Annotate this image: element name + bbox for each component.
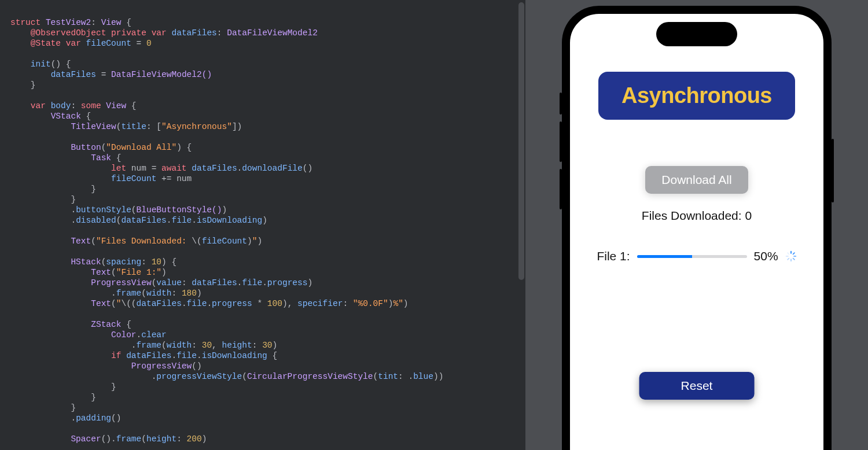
code-token: ( bbox=[373, 372, 378, 381]
code-token: CircularProgressViewStyle bbox=[247, 372, 373, 381]
code-token: . bbox=[237, 164, 242, 173]
code-token: = bbox=[96, 70, 111, 79]
code-token: { bbox=[126, 101, 136, 110]
code-token: . bbox=[197, 351, 202, 360]
code-token: } bbox=[71, 195, 76, 204]
code-token: Text bbox=[91, 268, 111, 277]
code-token: "Download All" bbox=[106, 143, 176, 152]
code-token: { bbox=[267, 351, 277, 360]
code-token: Color bbox=[111, 330, 137, 340]
code-token: 30 bbox=[202, 341, 212, 350]
code-token: : [ bbox=[146, 122, 161, 131]
code-token: ) bbox=[273, 341, 278, 350]
code-token: () { bbox=[51, 60, 71, 69]
code-token: clear bbox=[141, 330, 167, 340]
code-token: struct bbox=[10, 18, 41, 27]
code-token: : bbox=[182, 278, 192, 287]
code-token: 30 bbox=[262, 341, 272, 350]
phone-button-silence bbox=[560, 93, 562, 115]
code-token: 0 bbox=[146, 39, 152, 48]
code-token: : bbox=[176, 434, 186, 444]
code-token: value bbox=[156, 278, 182, 287]
phone-simulator: Asynchronous Download All Files Download… bbox=[562, 6, 832, 450]
svg-line-1 bbox=[793, 253, 794, 254]
code-token: @ObservedObject bbox=[31, 28, 106, 38]
code-token: var bbox=[66, 39, 81, 48]
code-token: } bbox=[71, 403, 76, 412]
code-token: if bbox=[111, 351, 121, 360]
code-token: = bbox=[131, 39, 146, 48]
code-token: . bbox=[71, 205, 76, 215]
code-token: ) bbox=[307, 278, 312, 287]
code-token: ) bbox=[262, 216, 267, 225]
code-token: : bbox=[171, 289, 181, 298]
code-token: ) { bbox=[161, 257, 176, 267]
code-token: isDownloading bbox=[197, 216, 262, 225]
download-all-button[interactable]: Download All bbox=[645, 166, 748, 194]
code-token: } bbox=[31, 80, 36, 90]
code-token: frame bbox=[137, 341, 162, 350]
code-token: ) bbox=[257, 237, 262, 246]
code-token: 100 bbox=[267, 299, 282, 308]
svg-line-3 bbox=[793, 259, 794, 260]
code-token: var bbox=[31, 101, 46, 110]
code-token: " bbox=[398, 299, 403, 308]
svg-line-5 bbox=[788, 259, 789, 260]
code-token: . bbox=[111, 289, 116, 298]
phone-button-power bbox=[832, 139, 834, 202]
code-token: += bbox=[156, 174, 176, 183]
code-token: 200 bbox=[187, 434, 202, 444]
code-token: HStack bbox=[71, 257, 101, 267]
code-token: { bbox=[121, 18, 131, 27]
code-token: DataFileViewModel2() bbox=[111, 70, 212, 79]
code-token: "File 1:" bbox=[116, 268, 161, 277]
code-token: % bbox=[393, 299, 398, 308]
progress-bar bbox=[637, 255, 747, 258]
code-token: ) bbox=[222, 205, 227, 215]
code-token: spacing bbox=[106, 257, 141, 267]
app-title: Asynchronous bbox=[598, 72, 795, 120]
editor-scrollbar-thumb[interactable] bbox=[518, 2, 524, 280]
code-token: . bbox=[192, 216, 197, 225]
code-token: dataFiles bbox=[51, 70, 96, 79]
code-token: title bbox=[121, 122, 146, 131]
code-token: dataFiles bbox=[192, 278, 237, 287]
code-token: BlueButtonStyle() bbox=[137, 205, 222, 215]
file-label: File 1: bbox=[597, 249, 630, 263]
files-downloaded-label: Files Downloaded: 0 bbox=[642, 209, 752, 223]
editor-scrollbar[interactable] bbox=[517, 0, 525, 450]
code-token: ( bbox=[111, 268, 116, 277]
phone-button-vol-down bbox=[560, 169, 562, 209]
phone-frame-wrap: Asynchronous Download All Files Download… bbox=[562, 0, 832, 450]
code-token: progress bbox=[267, 278, 308, 287]
code-token: blue bbox=[413, 372, 433, 381]
code-token: dataFiles bbox=[192, 164, 237, 173]
code-token: file bbox=[242, 278, 262, 287]
code-token: dataFiles bbox=[126, 351, 171, 360]
code-token: * bbox=[252, 299, 267, 308]
code-token: fileCount bbox=[111, 174, 156, 183]
code-token: isDownloading bbox=[202, 351, 267, 360]
code-token: fileCount bbox=[86, 39, 131, 48]
code-token: : bbox=[91, 18, 101, 27]
code-token: = bbox=[146, 164, 161, 173]
code-editor[interactable]: struct TestView2: View { @ObservedObject… bbox=[0, 0, 525, 450]
code-token: (). bbox=[101, 434, 116, 444]
code-token: ), bbox=[282, 299, 297, 308]
code-token: "Asynchronous" bbox=[161, 122, 232, 131]
code-token: : bbox=[141, 257, 151, 267]
code-token: View bbox=[106, 101, 126, 110]
code-token: ( bbox=[111, 299, 116, 308]
code-token: @State bbox=[31, 39, 61, 48]
code-token: { bbox=[121, 320, 131, 329]
reset-button[interactable]: Reset bbox=[639, 372, 755, 400]
code-token: ) { bbox=[176, 143, 192, 152]
code-token: fileCount bbox=[202, 237, 247, 246]
code-token: width bbox=[146, 289, 172, 298]
code-token: some bbox=[81, 101, 101, 110]
code-token: DataFileViewModel2 bbox=[227, 28, 318, 38]
code-token: ( bbox=[161, 341, 167, 350]
code-token: ( bbox=[141, 289, 146, 298]
code-token: . bbox=[182, 299, 187, 308]
spinner-icon bbox=[785, 250, 797, 262]
